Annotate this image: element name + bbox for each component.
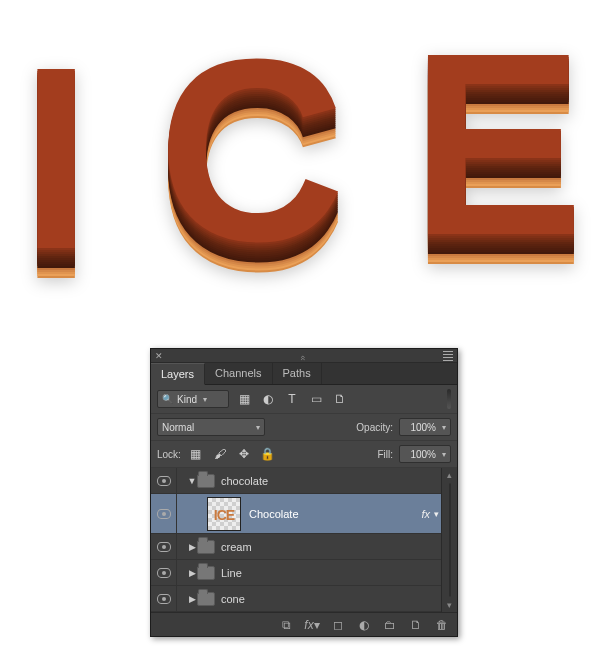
folder-icon xyxy=(197,566,215,580)
blend-row: Normal ▾ Opacity: ▾ xyxy=(151,414,457,441)
chevron-down-icon: ▾ xyxy=(442,450,446,459)
scroll-up-icon[interactable]: ▴ xyxy=(442,468,457,482)
tab-paths[interactable]: Paths xyxy=(273,363,322,384)
scroll-down-icon[interactable]: ▾ xyxy=(442,598,457,612)
folder-icon xyxy=(197,474,215,488)
layer-style-icon[interactable]: fx▾ xyxy=(301,616,323,634)
visibility-eye-icon[interactable] xyxy=(157,509,171,519)
chevron-down-icon[interactable]: ▾ xyxy=(434,509,439,519)
opacity-label: Opacity: xyxy=(356,422,393,433)
chevron-down-icon: ▾ xyxy=(256,423,260,432)
panel-menu-icon[interactable] xyxy=(443,351,453,361)
add-mask-icon[interactable]: ◻ xyxy=(327,616,349,634)
fill-input[interactable] xyxy=(404,449,436,460)
new-group-icon[interactable]: 🗀 xyxy=(379,616,401,634)
fill-field[interactable]: ▾ xyxy=(399,445,451,463)
visibility-eye-icon[interactable] xyxy=(157,568,171,578)
visibility-eye-icon[interactable] xyxy=(157,594,171,604)
filter-type-icon[interactable]: T xyxy=(283,390,301,408)
lock-row: Lock: ▦ 🖌 ✥ 🔒 Fill: ▾ xyxy=(151,441,457,468)
layer-filter-row: 🔍 Kind ▾ ▦ ◐ T ▭ 🗋 xyxy=(151,385,457,414)
panel-tabs: Layers Channels Paths xyxy=(151,363,457,385)
visibility-eye-icon[interactable] xyxy=(157,476,171,486)
lock-transparency-icon[interactable]: ▦ xyxy=(187,445,205,463)
layer-label: Chocolate xyxy=(249,508,299,520)
artwork-letter-i: I xyxy=(20,28,88,288)
filter-kind-dropdown[interactable]: 🔍 Kind ▾ xyxy=(157,390,229,408)
twisty-closed-icon[interactable]: ▶ xyxy=(187,542,197,552)
artwork-canvas: I C E xyxy=(0,0,600,320)
filter-shape-icon[interactable]: ▭ xyxy=(307,390,325,408)
thumbnail-preview-text: ICE xyxy=(214,505,234,523)
layer-chocolate[interactable]: ICE Chocolate fx ▾ xyxy=(151,494,457,534)
opacity-field[interactable]: ▾ xyxy=(399,418,451,436)
scroll-thumb[interactable] xyxy=(449,483,451,597)
blend-mode-dropdown[interactable]: Normal ▾ xyxy=(157,418,265,436)
chevron-down-icon: ▾ xyxy=(203,395,207,404)
layer-group-label: Line xyxy=(221,567,242,579)
filter-pixel-icon[interactable]: ▦ xyxy=(235,390,253,408)
layer-group-cream[interactable]: ▶ cream xyxy=(151,534,457,560)
artwork-letter-e: E xyxy=(411,14,580,274)
panel-drag-handle[interactable] xyxy=(301,350,304,362)
layer-tree: ▼ chocolate ICE Chocolate fx ▾ ▶ cream ▶ xyxy=(151,468,457,612)
layer-thumbnail[interactable]: ICE xyxy=(207,497,241,531)
lock-all-icon[interactable]: 🔒 xyxy=(259,445,277,463)
panel-footer: ⧉ fx▾ ◻ ◐ 🗀 🗋 🗑 xyxy=(151,612,457,636)
filter-adjustment-icon[interactable]: ◐ xyxy=(259,390,277,408)
fill-label: Fill: xyxy=(377,449,393,460)
new-layer-icon[interactable]: 🗋 xyxy=(405,616,427,634)
close-icon[interactable]: ✕ xyxy=(155,351,163,361)
filter-toggle-icon[interactable] xyxy=(447,389,451,409)
lock-pixels-icon[interactable]: 🖌 xyxy=(211,445,229,463)
layer-group-line[interactable]: ▶ Line xyxy=(151,560,457,586)
layers-panel: ✕ Layers Channels Paths 🔍 Kind ▾ ▦ ◐ T ▭… xyxy=(150,348,458,637)
search-icon: 🔍 xyxy=(162,394,173,404)
panel-titlebar: ✕ xyxy=(151,349,457,363)
artwork-letter-c: C xyxy=(158,20,342,280)
filter-kind-label: Kind xyxy=(177,394,197,405)
layer-effects-badge[interactable]: fx xyxy=(421,508,430,520)
layer-group-label: cream xyxy=(221,541,252,553)
chevron-down-icon: ▾ xyxy=(442,423,446,432)
blend-mode-value: Normal xyxy=(162,422,194,433)
layer-group-label: chocolate xyxy=(221,475,268,487)
layers-scrollbar[interactable]: ▴ ▾ xyxy=(441,468,457,612)
twisty-open-icon[interactable]: ▼ xyxy=(187,476,197,486)
layer-group-label: cone xyxy=(221,593,245,605)
new-adjustment-icon[interactable]: ◐ xyxy=(353,616,375,634)
tab-layers[interactable]: Layers xyxy=(151,363,205,385)
opacity-input[interactable] xyxy=(404,422,436,433)
lock-label: Lock: xyxy=(157,449,181,460)
layer-group-cone[interactable]: ▶ cone xyxy=(151,586,457,612)
tab-channels[interactable]: Channels xyxy=(205,363,272,384)
folder-icon xyxy=(197,540,215,554)
filter-smart-icon[interactable]: 🗋 xyxy=(331,390,349,408)
layer-group-chocolate[interactable]: ▼ chocolate xyxy=(151,468,457,494)
delete-layer-icon[interactable]: 🗑 xyxy=(431,616,453,634)
visibility-eye-icon[interactable] xyxy=(157,542,171,552)
link-layers-icon[interactable]: ⧉ xyxy=(275,616,297,634)
folder-icon xyxy=(197,592,215,606)
lock-position-icon[interactable]: ✥ xyxy=(235,445,253,463)
twisty-closed-icon[interactable]: ▶ xyxy=(187,568,197,578)
twisty-closed-icon[interactable]: ▶ xyxy=(187,594,197,604)
